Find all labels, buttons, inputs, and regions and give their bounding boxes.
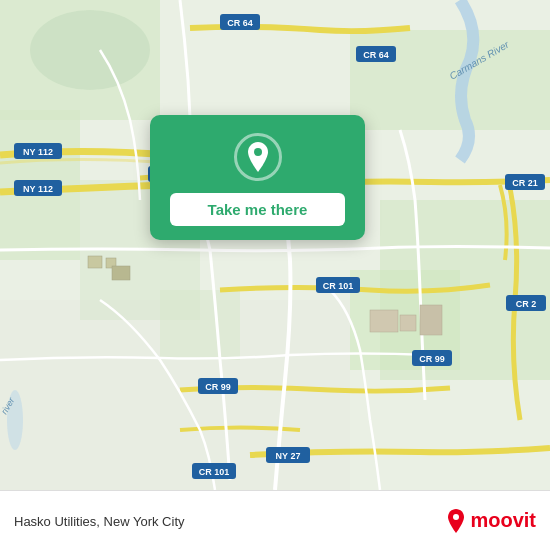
svg-point-45 bbox=[254, 148, 262, 156]
svg-point-46 bbox=[453, 514, 459, 520]
svg-point-7 bbox=[30, 10, 150, 90]
svg-rect-9 bbox=[160, 290, 240, 360]
moovit-pin-icon bbox=[446, 508, 466, 534]
svg-text:CR 2: CR 2 bbox=[516, 299, 537, 309]
place-name: Hasko Utilities, New York City bbox=[14, 514, 185, 529]
svg-rect-41 bbox=[112, 266, 130, 280]
map-svg: NY 112 NY 112 CR 64 CR 64 CR 101 CR 101 … bbox=[0, 0, 550, 490]
svg-text:CR 101: CR 101 bbox=[199, 467, 230, 477]
svg-text:CR 21: CR 21 bbox=[512, 178, 538, 188]
svg-text:NY 112: NY 112 bbox=[23, 184, 53, 194]
svg-text:CR 64: CR 64 bbox=[227, 18, 253, 28]
svg-text:NY 27: NY 27 bbox=[276, 451, 301, 461]
svg-rect-43 bbox=[400, 315, 416, 331]
popup-card: Take me there bbox=[150, 115, 365, 240]
moovit-logo: moovit bbox=[446, 508, 536, 534]
svg-text:CR 101: CR 101 bbox=[323, 281, 354, 291]
location-pin-icon bbox=[244, 140, 272, 174]
svg-rect-3 bbox=[350, 30, 550, 130]
bottom-bar: Hasko Utilities, New York City moovit bbox=[0, 490, 550, 550]
svg-text:NY 112: NY 112 bbox=[23, 147, 53, 157]
pin-icon-wrap bbox=[234, 133, 282, 181]
svg-rect-42 bbox=[370, 310, 398, 332]
svg-text:CR 99: CR 99 bbox=[205, 382, 231, 392]
map-container: NY 112 NY 112 CR 64 CR 64 CR 101 CR 101 … bbox=[0, 0, 550, 490]
take-me-there-button[interactable]: Take me there bbox=[170, 193, 345, 226]
svg-rect-39 bbox=[88, 256, 102, 268]
svg-text:CR 64: CR 64 bbox=[363, 50, 389, 60]
moovit-text: moovit bbox=[470, 509, 536, 532]
svg-text:CR 99: CR 99 bbox=[419, 354, 445, 364]
svg-rect-44 bbox=[420, 305, 442, 335]
